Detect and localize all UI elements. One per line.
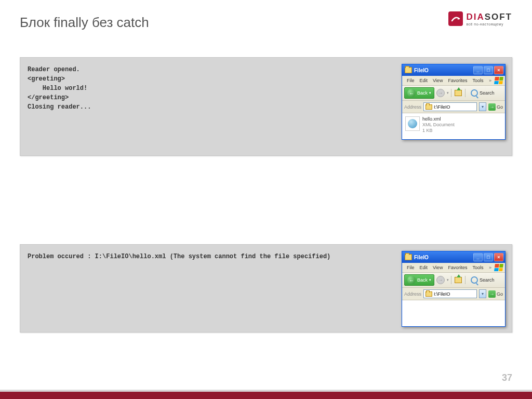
explorer-titlebar[interactable]: FileIO _ □ × [402, 64, 505, 76]
up-folder-icon [455, 277, 462, 283]
menu-edit[interactable]: Edit [417, 77, 431, 84]
folder-icon [425, 104, 432, 110]
back-button[interactable]: ← Back ▾ [404, 274, 434, 286]
maximize-button[interactable]: □ [484, 66, 493, 74]
file-name: hello.xml [422, 116, 455, 122]
forward-button[interactable]: → [436, 276, 445, 284]
page-number: 37 [502, 373, 512, 383]
menu-favorites[interactable]: Favorites [445, 264, 470, 271]
address-dropdown-icon[interactable]: ▾ [479, 289, 486, 298]
menu-overflow-icon[interactable]: » [487, 265, 494, 270]
address-label: Address [404, 104, 421, 110]
explorer-addressbar: Address I:\FileIO ▾ → Go [402, 101, 505, 113]
address-path: I:\FileIO [434, 291, 450, 297]
explorer-toolbar: ← Back ▾ → ▾ Search [402, 86, 505, 101]
address-dropdown-icon[interactable]: ▾ [479, 102, 486, 111]
explorer-addressbar: Address I:\FileIO ▾ → Go [402, 288, 505, 300]
menu-overflow-icon[interactable]: » [487, 78, 494, 83]
go-button[interactable]: → Go [488, 290, 503, 298]
explorer-window-empty: FileIO _ □ × File Edit View Favorites To… [402, 251, 506, 327]
menu-file[interactable]: File [404, 77, 417, 84]
address-label: Address [404, 291, 421, 297]
address-field[interactable]: I:\FileIO [423, 102, 477, 111]
menu-view[interactable]: View [430, 264, 445, 271]
menu-view[interactable]: View [430, 77, 445, 84]
menu-tools[interactable]: Tools [470, 77, 486, 84]
search-button[interactable]: Search [468, 88, 498, 98]
explorer-menubar: File Edit View Favorites Tools » [402, 76, 505, 86]
explorer-title: FileIO [414, 255, 473, 260]
search-icon [471, 276, 478, 284]
footer-bar [0, 392, 532, 399]
close-button[interactable]: × [494, 253, 503, 261]
windows-logo-icon [494, 264, 503, 271]
go-arrow-icon: → [488, 290, 496, 298]
file-type: XML Document [422, 122, 455, 128]
address-path: I:\FileIO [434, 104, 450, 110]
back-arrow-icon: ← [407, 89, 416, 97]
minimize-button[interactable]: _ [473, 66, 483, 74]
menu-file[interactable]: File [404, 264, 417, 271]
menu-tools[interactable]: Tools [470, 264, 486, 271]
logo-tagline: всё по-настоящему [466, 22, 512, 26]
explorer-content[interactable]: hello.xml XML Document 1 KB [402, 113, 505, 139]
explorer-titlebar[interactable]: FileIO _ □ × [402, 251, 505, 263]
go-arrow-icon: → [488, 103, 496, 111]
explorer-menubar: File Edit View Favorites Tools » [402, 263, 505, 273]
explorer-title: FileIO [414, 68, 473, 73]
file-size: 1 KB [422, 128, 455, 134]
slide-title: Блок finally без catch [20, 15, 149, 31]
logo-icon [448, 11, 463, 26]
logo-brand: DIASOFT [466, 12, 512, 22]
up-button[interactable] [454, 88, 463, 98]
up-folder-icon [455, 90, 462, 96]
explorer-content-empty[interactable] [402, 300, 505, 326]
folder-icon [405, 67, 412, 73]
menu-edit[interactable]: Edit [417, 264, 431, 271]
folder-icon [425, 291, 432, 297]
maximize-button[interactable]: □ [484, 253, 493, 261]
explorer-toolbar: ← Back ▾ → ▾ Search [402, 273, 505, 288]
code-panel-success: Reader opened. <greeting> Hello world! <… [20, 57, 512, 156]
explorer-window-with-file: FileIO _ □ × File Edit View Favorites To… [402, 64, 506, 140]
back-arrow-icon: ← [407, 276, 416, 284]
file-item[interactable]: hello.xml XML Document 1 KB [404, 115, 503, 134]
forward-button[interactable]: → [436, 89, 445, 97]
windows-logo-icon [494, 77, 503, 84]
folder-icon [405, 254, 412, 260]
go-button[interactable]: → Go [488, 103, 503, 111]
search-icon [471, 89, 478, 97]
xml-file-icon [405, 116, 420, 131]
menu-favorites[interactable]: Favorites [445, 77, 470, 84]
close-button[interactable]: × [494, 66, 503, 74]
logo: DIASOFT всё по-настоящему [448, 11, 512, 26]
minimize-button[interactable]: _ [473, 253, 483, 261]
back-button[interactable]: ← Back ▾ [404, 87, 434, 99]
search-button[interactable]: Search [468, 275, 498, 285]
up-button[interactable] [454, 275, 463, 285]
code-panel-error: Problem occured : I:\FileIO\hello.xml (T… [20, 244, 512, 332]
address-field[interactable]: I:\FileIO [423, 289, 477, 298]
